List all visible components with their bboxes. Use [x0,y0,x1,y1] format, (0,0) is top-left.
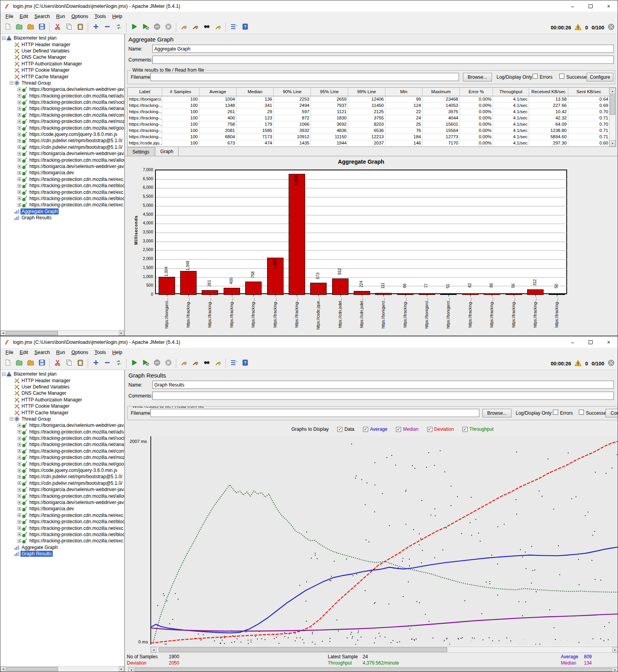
collapse-icon[interactable] [10,81,14,85]
table-row[interactable]: https://bonigarci...10010041362253265912… [128,96,616,103]
scroll-up-icon[interactable]: ▲ [609,88,616,94]
help-button[interactable]: ? [240,22,250,33]
tree-item-sampler-10[interactable]: https://cdn.jsdelivr.net/npm/bootstrap@5… [0,480,124,486]
tree-item-sampler-15[interactable]: https://tracking-protection.cdn.mozilla.… [0,176,124,182]
collapse-all-button[interactable] [102,358,112,369]
scroll-left-icon[interactable]: ◄ [151,647,157,652]
save-button[interactable] [36,22,47,33]
header-cell-error[interactable]: Error % [460,88,493,96]
expand-icon[interactable] [18,513,22,517]
expand-icon[interactable] [18,475,22,479]
expand-icon[interactable] [18,94,22,98]
expand-icon[interactable] [18,520,22,524]
expand-icon[interactable] [18,158,22,162]
expand-icon[interactable] [18,443,22,446]
tab-graph[interactable]: Graph [155,146,178,156]
tree-item-http-authorization-manager[interactable]: HTTP Authorization Manager [0,397,124,403]
expand-icon[interactable] [18,488,22,491]
errors-checkbox[interactable] [553,410,558,415]
open-template-button[interactable] [14,358,24,369]
scrollbar-thumb[interactable] [6,331,58,335]
expand-icon[interactable] [18,133,22,136]
copy-button[interactable] [63,22,74,33]
header-cell-label[interactable]: Label [128,88,162,96]
tree-item-sampler-12[interactable]: https://tracking-protection.cdn.mozilla.… [0,157,124,163]
table-row[interactable]: https://tracking-...10068047173109121115… [128,134,616,140]
tree-item-sampler-17[interactable]: https://tracking-protection.cdn.mozilla.… [0,189,124,195]
start-no-timers-button[interactable] [140,22,151,33]
tree-item-sampler-7[interactable]: https://tracking-protection.cdn.mozilla.… [0,125,124,131]
browse-button[interactable]: Browse... [482,409,511,417]
expand-icon[interactable] [18,430,22,434]
tree-item-aggregate-graph[interactable]: Aggregate Graph [0,544,124,551]
minimize-button[interactable]: – [564,0,582,12]
scroll-left-icon[interactable]: ◄ [0,667,6,672]
tree-item-sampler-11[interactable]: https://bonigarcia.dev/selenium-webdrive… [0,486,124,493]
expand-icon[interactable] [18,120,22,123]
tree-item-sampler-4[interactable]: https://tracking-protection.cdn.mozilla.… [0,441,124,448]
collapse-icon[interactable] [2,36,6,40]
menu-edit[interactable]: Edit [16,13,31,20]
search-button[interactable] [201,22,212,33]
tree-item-dns-cache-manager[interactable]: DNS Cache Manager [0,54,124,60]
expand-icon[interactable] [18,539,22,543]
tree-item-http-header-manager[interactable]: HTTP Header manager [0,377,124,383]
header-cell-maximum[interactable]: Maximum [423,88,460,96]
menu-run[interactable]: Run [53,13,68,20]
errors-checkbox[interactable] [533,74,538,79]
menu-tools[interactable]: Tools [91,349,109,356]
tree-horizontal-scrollbar[interactable]: ◄► [0,330,124,336]
header-cell-99-line[interactable]: 99% Line [348,88,385,96]
tree-item-blazemeter-test-plan[interactable]: Blazemeter test plan [0,35,124,41]
start-button[interactable] [129,22,139,33]
tree-item-sampler-18[interactable]: https://tracking-protection.cdn.mozilla.… [0,531,124,538]
tree-item-sampler-6[interactable]: https://tracking-protection.cdn.mozilla.… [0,118,124,125]
tree-item-http-authorization-manager[interactable]: HTTP Authorization Manager [0,61,124,67]
shutdown-button[interactable] [163,22,173,33]
header-cell-throughput[interactable]: Throughput [493,88,529,96]
clear-all-button[interactable] [190,358,201,369]
header-cell-median[interactable]: Median [237,88,274,96]
panel-horizontal-scrollbar[interactable]: ◄ ► [128,667,618,672]
menu-run[interactable]: Run [53,349,68,356]
expand-icon[interactable] [18,507,22,511]
header-cell-received-kb-sec[interactable]: Received KB/sec [529,88,568,96]
warning-icon[interactable] [575,24,582,32]
tree-item-sampler-2[interactable]: https://tracking-protection.cdn.mozilla.… [0,93,124,99]
close-button[interactable]: × [600,0,618,12]
tree-item-user-defined-variables[interactable]: User Defined Variables [0,48,124,54]
tree-item-sampler-6[interactable]: https://tracking-protection.cdn.mozilla.… [0,454,124,461]
tree-item-sampler-3[interactable]: https://tracking-protection.cdn.mozilla.… [0,435,124,441]
titlebar[interactable]: login.jmx (C:\Users\boni\Downloads\jmete… [0,336,618,348]
collapse-all-button[interactable] [102,22,112,33]
data-checkbox[interactable]: ✓ [337,427,342,432]
expand-icon[interactable] [18,107,22,110]
cut-button[interactable] [52,358,63,369]
save-button[interactable] [36,358,47,369]
tree-item-graph-results[interactable]: Graph Results [0,215,124,221]
expand-icon[interactable] [18,469,22,472]
maximize-button[interactable] [582,336,600,348]
open-file-button[interactable] [25,22,36,33]
table-row[interactable]: https://tracking-...10026129597112121252… [128,109,616,115]
close-button[interactable]: × [600,336,618,348]
tree-item-thread-group[interactable]: Thread Group [0,416,124,422]
tree-item-http-cache-manager[interactable]: HTTP Cache Manager [0,409,124,415]
expand-icon[interactable] [18,494,22,498]
new-file-button[interactable] [2,358,13,369]
paste-button[interactable] [75,22,85,33]
expand-all-button[interactable] [90,22,101,33]
search-button[interactable] [201,358,212,369]
name-input[interactable] [152,45,614,53]
expand-icon[interactable] [18,197,22,200]
tree-item-sampler-1[interactable]: https://bonigarcia.dev/selenium-webdrive… [0,422,124,428]
expand-icon[interactable] [18,190,22,194]
tree-item-sampler-5[interactable]: https://tracking-protection.cdn.mozilla.… [0,112,124,118]
expand-icon[interactable] [18,171,22,175]
menu-options[interactable]: Options [68,13,91,20]
minimize-button[interactable]: – [564,336,582,348]
menu-options[interactable]: Options [68,349,91,356]
tree-item-sampler-1[interactable]: https://bonigarcia.dev/selenium-webdrive… [0,86,124,92]
tree-item-dns-cache-manager[interactable]: DNS Cache Manager [0,390,124,396]
average-checkbox[interactable]: ✓ [363,427,368,432]
